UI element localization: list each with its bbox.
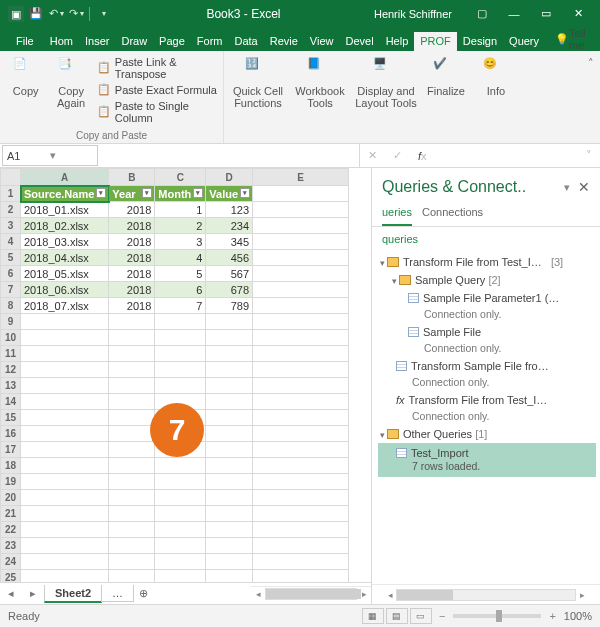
view-page-break-button[interactable]: ▭	[410, 608, 432, 624]
folder-sample-query[interactable]: Sample Query [2]	[378, 271, 596, 289]
finalize-button[interactable]: ✔️Finalize	[424, 55, 468, 97]
row-header-17[interactable]: 17	[1, 442, 21, 458]
tab-data[interactable]: Data	[228, 32, 263, 51]
empty-cell[interactable]	[253, 426, 349, 442]
empty-cell[interactable]	[206, 330, 253, 346]
table-cell[interactable]: 6	[155, 282, 206, 298]
empty-cell[interactable]	[206, 522, 253, 538]
filter-dropdown-icon[interactable]: ▾	[240, 188, 250, 198]
row-header-15[interactable]: 15	[1, 410, 21, 426]
zoom-slider[interactable]	[453, 614, 541, 618]
tab-developer[interactable]: Devel	[340, 32, 380, 51]
save-icon[interactable]: 💾	[28, 6, 44, 22]
empty-cell[interactable]	[155, 538, 206, 554]
table-cell[interactable]: 1	[155, 202, 206, 218]
col-header-B[interactable]: B	[109, 169, 155, 186]
row-header-5[interactable]: 5	[1, 250, 21, 266]
tell-me-input[interactable]: 💡 Tell me	[545, 27, 596, 51]
empty-cell[interactable]	[155, 570, 206, 583]
table-cell[interactable]: 2018	[109, 218, 155, 234]
table-cell[interactable]: 2018_06.xlsx	[21, 282, 109, 298]
empty-cell[interactable]	[253, 522, 349, 538]
empty-cell[interactable]	[21, 378, 109, 394]
col-header-E[interactable]: E	[253, 169, 349, 186]
maximize-button[interactable]: ▭	[530, 0, 562, 27]
empty-cell[interactable]	[253, 314, 349, 330]
row-header-6[interactable]: 6	[1, 266, 21, 282]
empty-cell[interactable]	[109, 458, 155, 474]
empty-cell[interactable]	[253, 570, 349, 583]
row-header-19[interactable]: 19	[1, 474, 21, 490]
empty-cell[interactable]	[206, 506, 253, 522]
empty-cell[interactable]	[206, 394, 253, 410]
empty-cell[interactable]	[21, 314, 109, 330]
zoom-level[interactable]: 100%	[564, 610, 592, 622]
tab-home[interactable]: Hom	[44, 32, 79, 51]
table-cell[interactable]: 234	[206, 218, 253, 234]
empty-cell[interactable]	[21, 506, 109, 522]
empty-cell[interactable]	[109, 410, 155, 426]
empty-cell[interactable]	[155, 474, 206, 490]
table-cell[interactable]: 2018_03.xlsx	[21, 234, 109, 250]
tab-file[interactable]: File	[6, 32, 44, 51]
sheet-nav-next[interactable]: ▸	[22, 587, 44, 600]
empty-cell[interactable]	[253, 186, 349, 202]
zoom-in-button[interactable]: +	[549, 610, 555, 622]
row-header-16[interactable]: 16	[1, 426, 21, 442]
empty-cell[interactable]	[253, 330, 349, 346]
empty-cell[interactable]	[253, 234, 349, 250]
empty-cell[interactable]	[155, 522, 206, 538]
paste-link-transpose-button[interactable]: 📋Paste Link & Transpose	[97, 55, 217, 81]
pane-hscroll-right-icon[interactable]: ▸	[576, 590, 588, 600]
view-page-layout-button[interactable]: ▤	[386, 608, 408, 624]
empty-cell[interactable]	[21, 474, 109, 490]
tab-prof[interactable]: PROF	[414, 32, 457, 51]
row-header-7[interactable]: 7	[1, 282, 21, 298]
empty-cell[interactable]	[206, 314, 253, 330]
filter-dropdown-icon[interactable]: ▾	[142, 188, 152, 198]
tab-insert[interactable]: Inser	[79, 32, 115, 51]
filter-dropdown-icon[interactable]: ▾	[96, 188, 106, 198]
empty-cell[interactable]	[109, 426, 155, 442]
cancel-formula-icon[interactable]: ✕	[360, 149, 385, 162]
empty-cell[interactable]	[155, 490, 206, 506]
row-header-8[interactable]: 8	[1, 298, 21, 314]
table-cell[interactable]: 678	[206, 282, 253, 298]
tab-help[interactable]: Help	[380, 32, 415, 51]
empty-cell[interactable]	[155, 362, 206, 378]
close-button[interactable]: ✕	[562, 0, 594, 27]
row-header-4[interactable]: 4	[1, 234, 21, 250]
pane-hscroll-thumb[interactable]	[397, 590, 453, 600]
row-header-10[interactable]: 10	[1, 330, 21, 346]
empty-cell[interactable]	[206, 378, 253, 394]
sheet-tab-overflow[interactable]: …	[101, 585, 134, 602]
hscroll-left-icon[interactable]: ◂	[251, 589, 265, 599]
table-cell[interactable]: 456	[206, 250, 253, 266]
hscroll-thumb[interactable]	[266, 589, 361, 599]
row-header-23[interactable]: 23	[1, 538, 21, 554]
query-sample-file-parameter[interactable]: Sample File Parameter1 (…	[378, 289, 596, 307]
table-cell[interactable]: 2018_05.xlsx	[21, 266, 109, 282]
row-header-2[interactable]: 2	[1, 202, 21, 218]
table-cell[interactable]: 5	[155, 266, 206, 282]
insert-function-icon[interactable]: fx	[410, 150, 435, 162]
row-header-25[interactable]: 25	[1, 570, 21, 583]
empty-cell[interactable]	[206, 458, 253, 474]
query-sample-file[interactable]: Sample File	[378, 323, 596, 341]
empty-cell[interactable]	[21, 362, 109, 378]
tab-query[interactable]: Query	[503, 32, 545, 51]
info-button[interactable]: 😊Info	[474, 55, 518, 97]
sheet-nav-prev[interactable]: ◂	[0, 587, 22, 600]
undo-icon[interactable]: ↶▾	[48, 6, 64, 22]
table-cell[interactable]: 2	[155, 218, 206, 234]
pane-menu-icon[interactable]: ▾	[564, 181, 570, 194]
table-cell[interactable]: 123	[206, 202, 253, 218]
empty-cell[interactable]	[206, 570, 253, 583]
empty-cell[interactable]	[21, 394, 109, 410]
empty-cell[interactable]	[155, 458, 206, 474]
empty-cell[interactable]	[206, 538, 253, 554]
empty-cell[interactable]	[109, 554, 155, 570]
empty-cell[interactable]	[109, 570, 155, 583]
row-header-1[interactable]: 1	[1, 186, 21, 202]
row-header-3[interactable]: 3	[1, 218, 21, 234]
